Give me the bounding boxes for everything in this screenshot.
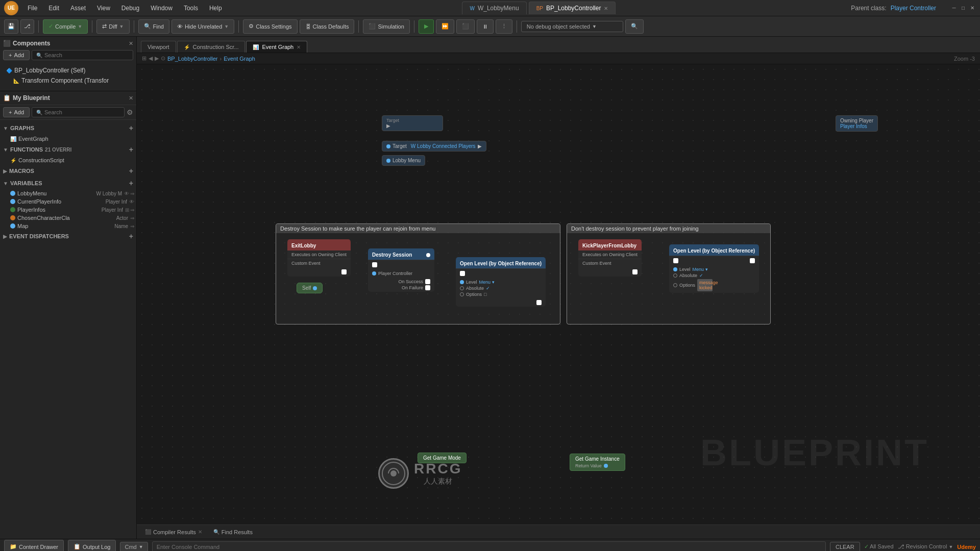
toolbar-separator-4 [238,20,239,33]
node-top-right-1[interactable]: Owning Player Player Infos [836,115,878,132]
variable-current-player-info[interactable]: CurrentPlayerInfo Player Inf 👁 [0,197,136,206]
node-open-level-2[interactable]: Open Level (by Object Reference) Level M… [669,244,759,293]
step-button[interactable]: ⏩ [436,19,454,34]
cmd-button[interactable]: Cmd ▼ [120,542,148,552]
tab-find-results[interactable]: 🔍 Find Results [208,527,258,537]
graphs-add-button[interactable]: + [129,124,133,132]
add-icon: + [9,52,12,58]
source-control-button[interactable]: ⎇ [20,19,34,34]
my-blueprint-toolbar: + Add 🔍 ⚙ [0,105,136,120]
node-top-1[interactable]: Target ▶ [382,115,443,131]
node-destroy-session[interactable]: Destroy Session Player Controller On Suc… [368,248,434,292]
content-drawer-button[interactable]: 📁 Content Drawer [4,540,64,552]
tab-bp-lobby-controller[interactable]: BP BP_LobbyController ✕ [529,2,616,14]
node-kick-player[interactable]: KickPlayerFromLobby Executes on Owning C… [578,239,642,277]
menu-tools[interactable]: Tools [179,3,203,14]
tree-item-transform[interactable]: 📐 Transform Component (Transfor [3,76,133,86]
tab-event-graph[interactable]: 📊 Event Graph ✕ [246,41,307,53]
node-lobby-menu-pin[interactable]: Lobby Menu [382,155,425,166]
variables-section-header[interactable]: ▼ VARIABLES + [0,177,136,189]
tab-construction-script[interactable]: ⚡ Construction Scr... [177,41,246,53]
graphs-section-header[interactable]: ▼ GRAPHS + [0,122,136,134]
console-input[interactable] [152,541,826,552]
construction-script-item[interactable]: ⚡ ConstructionScript [0,156,136,165]
breadcrumb-current[interactable]: Event Graph [224,56,255,62]
eye-dropper-button[interactable]: 🔍 [625,19,644,34]
node-open-level-1[interactable]: Open Level (by Object Reference) Level M… [456,257,546,307]
functions-add-button[interactable]: + [129,145,133,154]
node-w-lobby-connected[interactable]: Target W Lobby Connected Players ▶ [382,141,486,152]
node-exit-lobby[interactable]: ExitLobby Executes on Owning Client Cust… [287,239,351,277]
nav-forward-button[interactable]: ▶ [155,55,159,62]
menu-asset[interactable]: Asset [65,3,91,14]
debug-object-selector[interactable]: No debug object selected ▼ [521,21,623,32]
variable-type-dot-chosen-char [10,215,15,220]
variables-add-button[interactable]: + [129,179,133,187]
hide-unrelated-button[interactable]: 👁 Hide Unrelated ▼ [172,19,234,34]
variable-lobby-menu[interactable]: LobbyMenu W Lobby M 👁 ⇒ [0,189,136,197]
class-settings-button[interactable]: ⚙ Class Settings [243,19,297,34]
tab-viewport[interactable]: Viewport [141,41,176,53]
my-blueprint-close-button[interactable]: ✕ [129,95,133,102]
menu-edit[interactable]: Edit [43,3,64,14]
components-close-button[interactable]: ✕ [129,40,133,47]
tab-compiler-results[interactable]: ⬛ Compiler Results ✕ [140,527,207,537]
event-graph-tab-close[interactable]: ✕ [297,44,301,50]
node-self[interactable]: Self [297,283,323,293]
diff-button[interactable]: ⇄ Diff ▼ [96,19,129,34]
nav-back-button[interactable]: ◀ [149,55,153,62]
revision-control-button[interactable]: ⎇ Revision Control ▼ [898,543,953,550]
titlebar-left: UE File Edit Asset View Debug Window Too… [4,1,227,15]
components-add-button[interactable]: + Add [3,50,30,60]
watermark-text-area: RRCG 人人素材 [414,461,462,486]
my-blueprint-search-input[interactable] [44,109,120,115]
arr-icon-4: ⇒ [130,223,134,229]
compile-button[interactable]: ✓ Compile ▼ [43,19,88,34]
class-defaults-button[interactable]: 🎛 Class Defaults [300,19,355,34]
compile-dropdown-icon[interactable]: ▼ [78,24,82,29]
macros-add-button[interactable]: + [129,167,133,175]
menu-file[interactable]: File [22,3,42,14]
node-get-game-instance[interactable]: Get Game Instance Return Value [570,454,625,471]
components-search-input[interactable] [44,52,129,58]
pause-button[interactable]: ⏸ [477,19,494,34]
variable-chosen-character[interactable]: ChosenCharacterCla Actor ⇒ [0,214,136,222]
compiler-results-close[interactable]: ✕ [198,529,202,535]
close-button[interactable]: ✕ [969,5,976,12]
diff-dropdown-icon[interactable]: ▼ [119,24,124,29]
node-get-game-mode-bottom[interactable]: Get Game Mode [418,453,467,463]
functions-section-header[interactable]: ▼ FUNCTIONS 21 OVERRI + [0,143,136,156]
clear-button[interactable]: CLEAR [830,542,860,552]
my-blueprint-add-button[interactable]: + Add [3,107,30,117]
find-button[interactable]: 🔍 Find [138,19,169,34]
titlebar-right: Parent class: Player Controller ─ □ ✕ [851,5,976,12]
event-dispatchers-add-button[interactable]: + [129,232,133,240]
maximize-button[interactable]: □ [960,5,967,12]
variable-map[interactable]: Map Name ⇒ [0,222,136,230]
play-button[interactable]: ▶ [419,19,434,34]
macros-section-header[interactable]: ▶ MACROS + [0,165,136,177]
minimize-button[interactable]: ─ [950,5,958,12]
blueprint-graph[interactable]: Target ▶ Target W Lobby Connected Player… [137,64,980,524]
step-icon: ⏩ [442,23,449,30]
stop-button[interactable]: ⬛ [456,19,475,34]
tab-w-lobby-menu[interactable]: W W_LobbyMenu [462,2,526,14]
menu-window[interactable]: Window [145,3,178,14]
tab-close-bp[interactable]: ✕ [604,6,608,11]
menu-help[interactable]: Help [204,3,227,14]
variable-player-infos[interactable]: PlayerInfos Player Inf ⊞ ⇒ [0,206,136,214]
parent-class-value[interactable]: Player Controller [891,5,936,12]
more-options-button[interactable]: ⋮ [496,19,512,34]
blueprint-settings-button[interactable]: ⚙ [127,108,133,116]
menu-debug[interactable]: Debug [116,3,144,14]
breadcrumb-root[interactable]: BP_LobbyController [167,56,217,62]
hide-unrelated-dropdown-icon[interactable]: ▼ [224,24,229,29]
simulation-button[interactable]: ⬛ Simulation [363,19,409,34]
event-graph-item[interactable]: 📊 EventGraph [0,134,136,143]
eye-icon: 👁 [124,191,129,196]
menu-view[interactable]: View [92,3,115,14]
output-log-button[interactable]: 📋 Output Log [68,540,116,552]
tree-item-bp-lobby[interactable]: 🔷 BP_LobbyController (Self) [3,65,133,76]
event-dispatchers-section-header[interactable]: ▶ EVENT DISPATCHERS + [0,230,136,242]
save-button[interactable]: 💾 [4,19,18,34]
